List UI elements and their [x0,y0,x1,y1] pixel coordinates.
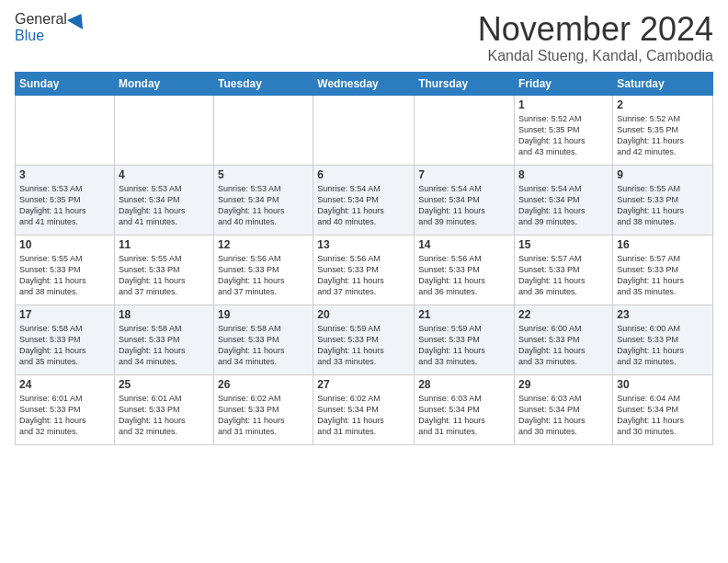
header: General Blue November 2024 Kandal Stueng… [15,11,713,64]
day-number: 28 [418,378,510,391]
day-info: Sunrise: 6:01 AM Sunset: 5:33 PM Dayligh… [119,393,210,438]
calendar-cell: 17Sunrise: 5:58 AM Sunset: 5:33 PM Dayli… [16,304,115,374]
calendar-cell: 16Sunrise: 5:57 AM Sunset: 5:33 PM Dayli… [613,235,713,304]
day-info: Sunrise: 5:56 AM Sunset: 5:33 PM Dayligh… [418,253,510,298]
calendar-cell [313,95,415,165]
day-number: 11 [119,238,210,251]
week-row-1: 3Sunrise: 5:53 AM Sunset: 5:35 PM Daylig… [16,165,713,235]
day-info: Sunrise: 5:56 AM Sunset: 5:33 PM Dayligh… [317,253,410,298]
day-number: 2 [617,98,709,111]
week-row-3: 17Sunrise: 5:58 AM Sunset: 5:33 PM Dayli… [16,304,713,374]
day-number: 26 [218,378,309,391]
calendar-cell: 13Sunrise: 5:56 AM Sunset: 5:33 PM Dayli… [313,235,415,304]
day-info: Sunrise: 5:54 AM Sunset: 5:34 PM Dayligh… [317,183,410,228]
day-number: 10 [19,238,110,251]
day-number: 30 [617,378,709,391]
calendar-cell: 3Sunrise: 5:53 AM Sunset: 5:35 PM Daylig… [16,165,115,235]
calendar-cell: 2Sunrise: 5:52 AM Sunset: 5:35 PM Daylig… [613,95,713,165]
title-section: November 2024 Kandal Stueng, Kandal, Cam… [478,11,713,64]
calendar-cell: 10Sunrise: 5:55 AM Sunset: 5:33 PM Dayli… [16,235,115,304]
day-number: 5 [218,168,309,181]
day-info: Sunrise: 5:53 AM Sunset: 5:34 PM Dayligh… [218,183,309,228]
day-info: Sunrise: 5:58 AM Sunset: 5:33 PM Dayligh… [119,323,210,368]
day-number: 12 [218,238,309,251]
calendar-cell: 6Sunrise: 5:54 AM Sunset: 5:34 PM Daylig… [313,165,415,235]
day-info: Sunrise: 5:58 AM Sunset: 5:33 PM Dayligh… [218,323,309,368]
day-info: Sunrise: 5:52 AM Sunset: 5:35 PM Dayligh… [518,113,609,158]
calendar-cell: 29Sunrise: 6:03 AM Sunset: 5:34 PM Dayli… [515,374,613,444]
day-number: 23 [617,308,709,321]
logo-general-text: General [15,11,67,28]
day-info: Sunrise: 5:52 AM Sunset: 5:35 PM Dayligh… [617,113,709,158]
day-info: Sunrise: 5:55 AM Sunset: 5:33 PM Dayligh… [119,253,210,298]
day-number: 4 [119,168,210,181]
day-number: 13 [317,238,410,251]
calendar-cell: 18Sunrise: 5:58 AM Sunset: 5:33 PM Dayli… [114,304,213,374]
week-row-0: 1Sunrise: 5:52 AM Sunset: 5:35 PM Daylig… [16,95,713,165]
calendar-cell: 7Sunrise: 5:54 AM Sunset: 5:34 PM Daylig… [415,165,515,235]
day-info: Sunrise: 5:57 AM Sunset: 5:33 PM Dayligh… [617,253,709,298]
logo: General Blue [15,11,87,44]
day-number: 6 [317,168,410,181]
calendar-cell [415,95,515,165]
day-info: Sunrise: 5:55 AM Sunset: 5:33 PM Dayligh… [617,183,709,228]
day-info: Sunrise: 5:59 AM Sunset: 5:33 PM Dayligh… [418,323,510,368]
calendar-cell [114,95,213,165]
day-number: 20 [317,308,410,321]
day-number: 27 [317,378,410,391]
calendar-cell: 27Sunrise: 6:02 AM Sunset: 5:34 PM Dayli… [313,374,415,444]
logo-triangle-icon [67,9,89,29]
calendar-cell: 9Sunrise: 5:55 AM Sunset: 5:33 PM Daylig… [613,165,713,235]
calendar-cell: 11Sunrise: 5:55 AM Sunset: 5:33 PM Dayli… [114,235,213,304]
calendar-cell [214,95,313,165]
day-number: 25 [119,378,210,391]
day-info: Sunrise: 5:55 AM Sunset: 5:33 PM Dayligh… [19,253,110,298]
page: General Blue November 2024 Kandal Stueng… [0,0,728,563]
day-info: Sunrise: 5:54 AM Sunset: 5:34 PM Dayligh… [418,183,510,228]
calendar-cell: 19Sunrise: 5:58 AM Sunset: 5:33 PM Dayli… [214,304,313,374]
calendar-cell: 8Sunrise: 5:54 AM Sunset: 5:34 PM Daylig… [515,165,613,235]
header-saturday: Saturday [613,72,713,95]
day-number: 9 [617,168,709,181]
day-info: Sunrise: 5:54 AM Sunset: 5:34 PM Dayligh… [518,183,609,228]
location-title: Kandal Stueng, Kandal, Cambodia [478,48,713,64]
weekday-header-row: Sunday Monday Tuesday Wednesday Thursday… [16,72,713,95]
day-number: 7 [418,168,510,181]
calendar-cell: 30Sunrise: 6:04 AM Sunset: 5:34 PM Dayli… [613,374,713,444]
day-number: 17 [19,308,110,321]
day-number: 15 [518,238,609,251]
header-sunday: Sunday [16,72,115,95]
day-number: 19 [218,308,309,321]
day-number: 21 [418,308,510,321]
calendar-cell: 15Sunrise: 5:57 AM Sunset: 5:33 PM Dayli… [515,235,613,304]
calendar-cell: 22Sunrise: 6:00 AM Sunset: 5:33 PM Dayli… [515,304,613,374]
header-thursday: Thursday [415,72,515,95]
day-info: Sunrise: 6:01 AM Sunset: 5:33 PM Dayligh… [19,393,110,438]
calendar-cell [16,95,115,165]
calendar-cell: 25Sunrise: 6:01 AM Sunset: 5:33 PM Dayli… [114,374,213,444]
header-tuesday: Tuesday [214,72,313,95]
day-number: 16 [617,238,709,251]
day-info: Sunrise: 5:57 AM Sunset: 5:33 PM Dayligh… [518,253,609,298]
day-number: 3 [19,168,110,181]
header-wednesday: Wednesday [313,72,415,95]
day-number: 29 [518,378,609,391]
calendar-cell: 1Sunrise: 5:52 AM Sunset: 5:35 PM Daylig… [515,95,613,165]
day-info: Sunrise: 6:02 AM Sunset: 5:34 PM Dayligh… [317,393,410,438]
week-row-4: 24Sunrise: 6:01 AM Sunset: 5:33 PM Dayli… [16,374,713,444]
logo-blue-text: Blue [15,28,44,44]
week-row-2: 10Sunrise: 5:55 AM Sunset: 5:33 PM Dayli… [16,235,713,304]
day-info: Sunrise: 6:00 AM Sunset: 5:33 PM Dayligh… [518,323,609,368]
calendar-cell: 28Sunrise: 6:03 AM Sunset: 5:34 PM Dayli… [415,374,515,444]
header-monday: Monday [114,72,213,95]
day-info: Sunrise: 5:58 AM Sunset: 5:33 PM Dayligh… [19,323,110,368]
day-number: 14 [418,238,510,251]
day-info: Sunrise: 5:53 AM Sunset: 5:35 PM Dayligh… [19,183,110,228]
calendar: Sunday Monday Tuesday Wednesday Thursday… [15,72,713,445]
calendar-cell: 20Sunrise: 5:59 AM Sunset: 5:33 PM Dayli… [313,304,415,374]
calendar-cell: 12Sunrise: 5:56 AM Sunset: 5:33 PM Dayli… [214,235,313,304]
day-info: Sunrise: 6:02 AM Sunset: 5:33 PM Dayligh… [218,393,309,438]
calendar-cell: 5Sunrise: 5:53 AM Sunset: 5:34 PM Daylig… [214,165,313,235]
header-friday: Friday [515,72,613,95]
day-info: Sunrise: 6:00 AM Sunset: 5:33 PM Dayligh… [617,323,709,368]
